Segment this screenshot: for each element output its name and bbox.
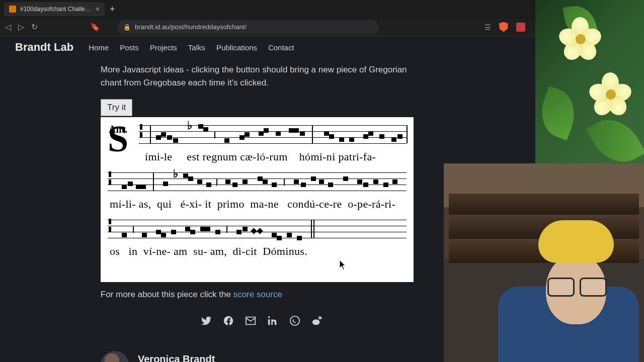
- clef-icon: [109, 171, 112, 187]
- site-logo[interactable]: Brandt Lab: [15, 41, 73, 54]
- chant-system-1: Ant.1. ♭: [108, 121, 407, 165]
- score-footer-text: For more about this piece click the: [101, 290, 233, 299]
- clef-icon: [140, 124, 143, 139]
- email-icon[interactable]: [245, 315, 256, 331]
- weibo-icon[interactable]: [311, 315, 323, 331]
- flat-accidental: ♭: [173, 165, 178, 183]
- favicon: [9, 6, 16, 13]
- chant-system-2: ♭: [108, 168, 407, 213]
- bookmark-icon[interactable]: 🔖: [90, 22, 100, 32]
- browser-tab[interactable]: #100daysofchant Challeng ×: [4, 2, 105, 16]
- tab-close-icon[interactable]: ×: [96, 5, 100, 13]
- svg-rect-0: [268, 319, 270, 325]
- article: More Javascript ideas - clicking the but…: [101, 63, 423, 362]
- person: [498, 206, 629, 362]
- twitter-icon[interactable]: [201, 315, 212, 331]
- url-text: brandt.id.au/post/hundreddaysofchant/: [135, 23, 373, 31]
- nav-home[interactable]: Home: [89, 43, 109, 52]
- nav-publications[interactable]: Publications: [216, 43, 257, 52]
- reload-button[interactable]: ↻: [31, 22, 38, 32]
- tab-title: #100daysofchant Challeng: [20, 6, 92, 13]
- nav-contact[interactable]: Contact: [268, 43, 294, 52]
- nav-projects[interactable]: Projects: [150, 43, 177, 52]
- new-tab-button[interactable]: +: [110, 4, 115, 15]
- forward-button[interactable]: ▷: [18, 22, 24, 32]
- score-footer: For more about this piece click the scor…: [101, 288, 423, 301]
- lyrics-line-1: ími-le est regnum cæ-ló-rum hómi-ni patr…: [108, 148, 407, 165]
- address-bar[interactable]: 🔒 brandt.id.au/post/hundreddaysofchant/: [117, 20, 379, 34]
- lock-icon: 🔒: [123, 24, 131, 31]
- linkedin-icon[interactable]: [267, 315, 278, 331]
- nav-posts[interactable]: Posts: [120, 43, 139, 52]
- flowers-overlay: [535, 0, 644, 163]
- svg-point-2: [290, 316, 299, 325]
- try-it-button[interactable]: Try it: [101, 99, 132, 116]
- svg-point-1: [268, 316, 270, 318]
- back-button[interactable]: ◁: [5, 22, 11, 32]
- author-name[interactable]: Veronica Brandt: [138, 351, 215, 362]
- avatar[interactable]: [101, 351, 129, 362]
- browser-window: #100daysofchant Challeng × + ⌄ — ▢ ✕ ◁ ▷…: [0, 0, 644, 362]
- whatsapp-icon[interactable]: [289, 315, 300, 331]
- barline: [150, 125, 151, 143]
- dropcap: S: [108, 120, 128, 157]
- extension-badge-icon[interactable]: [516, 23, 525, 32]
- reader-mode-icon[interactable]: ☰: [485, 23, 491, 31]
- chant-score: Ant.1. ♭: [101, 117, 414, 282]
- flat-accidental: ♭: [187, 117, 192, 134]
- share-row: [101, 315, 423, 331]
- svg-point-3: [312, 319, 320, 325]
- intro-paragraph: More Javascript ideas - clicking the but…: [101, 63, 423, 90]
- chant-system-3: os in ví-ne- am su- am, di-cit Dóminus.: [108, 216, 407, 260]
- lyrics-line-3: os in ví-ne- am su- am, di-cit Dóminus.: [108, 243, 407, 260]
- clef-icon: [109, 219, 112, 234]
- site-nav: Home Posts Projects Talks Publications C…: [89, 43, 294, 52]
- brave-shield-icon[interactable]: [499, 22, 508, 32]
- webcam-overlay: [444, 163, 644, 362]
- facebook-icon[interactable]: [223, 315, 234, 331]
- lyrics-line-2: mí-li- as, qui é-xi- it primo ma-ne cond…: [108, 196, 407, 213]
- author-block: Veronica Brandt Technician and Tutor: [101, 351, 423, 362]
- score-source-link[interactable]: score source: [233, 290, 282, 299]
- nav-talks[interactable]: Talks: [188, 43, 205, 52]
